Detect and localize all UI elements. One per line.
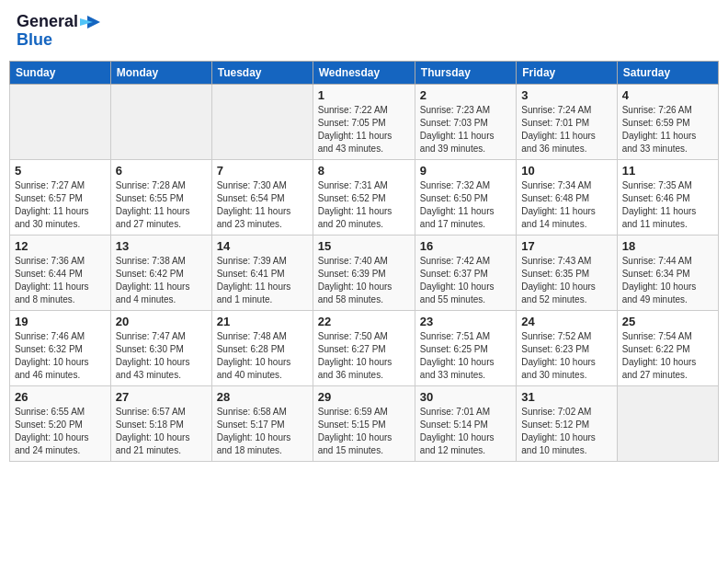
weekday-header-row: SundayMondayTuesdayWednesdayThursdayFrid… xyxy=(10,61,719,84)
day-info: Sunrise: 7:24 AM Sunset: 7:01 PM Dayligh… xyxy=(521,104,611,155)
logo-bird-icon xyxy=(80,14,100,30)
week-row-4: 26Sunrise: 6:55 AM Sunset: 5:20 PM Dayli… xyxy=(10,385,719,461)
weekday-header-friday: Friday xyxy=(517,61,617,84)
day-info: Sunrise: 7:43 AM Sunset: 6:35 PM Dayligh… xyxy=(521,255,611,306)
logo-container: General Blue xyxy=(17,13,100,50)
day-cell xyxy=(10,84,111,159)
day-info: Sunrise: 7:30 AM Sunset: 6:54 PM Dayligh… xyxy=(217,179,308,231)
day-number: 17 xyxy=(521,239,611,253)
day-cell: 18Sunrise: 7:44 AM Sunset: 6:34 PM Dayli… xyxy=(617,235,718,310)
week-row-3: 19Sunrise: 7:46 AM Sunset: 6:32 PM Dayli… xyxy=(10,310,719,385)
day-number: 8 xyxy=(318,164,410,178)
day-cell: 12Sunrise: 7:36 AM Sunset: 6:44 PM Dayli… xyxy=(10,235,111,310)
day-number: 9 xyxy=(420,164,511,178)
day-cell xyxy=(211,84,313,159)
day-info: Sunrise: 7:34 AM Sunset: 6:48 PM Dayligh… xyxy=(521,179,611,231)
day-number: 26 xyxy=(15,390,106,404)
day-info: Sunrise: 7:28 AM Sunset: 6:55 PM Dayligh… xyxy=(116,179,207,231)
day-info: Sunrise: 6:58 AM Sunset: 5:17 PM Dayligh… xyxy=(217,406,308,457)
weekday-header-thursday: Thursday xyxy=(415,61,516,84)
day-number: 1 xyxy=(318,88,410,102)
day-cell: 22Sunrise: 7:50 AM Sunset: 6:27 PM Dayli… xyxy=(313,310,415,385)
day-number: 27 xyxy=(116,390,207,404)
day-info: Sunrise: 7:26 AM Sunset: 6:59 PM Dayligh… xyxy=(622,104,713,155)
day-number: 3 xyxy=(521,88,611,102)
day-cell: 7Sunrise: 7:30 AM Sunset: 6:54 PM Daylig… xyxy=(211,159,313,235)
day-number: 28 xyxy=(217,390,308,404)
day-info: Sunrise: 7:38 AM Sunset: 6:42 PM Dayligh… xyxy=(116,255,207,306)
day-cell xyxy=(617,385,718,461)
day-number: 2 xyxy=(420,88,511,102)
day-cell: 16Sunrise: 7:42 AM Sunset: 6:37 PM Dayli… xyxy=(415,235,516,310)
day-info: Sunrise: 7:01 AM Sunset: 5:14 PM Dayligh… xyxy=(420,406,511,457)
day-info: Sunrise: 7:50 AM Sunset: 6:27 PM Dayligh… xyxy=(318,330,410,382)
day-number: 11 xyxy=(622,164,713,178)
logo: General Blue xyxy=(17,13,100,50)
day-cell: 5Sunrise: 7:27 AM Sunset: 6:57 PM Daylig… xyxy=(10,159,111,235)
day-info: Sunrise: 6:59 AM Sunset: 5:15 PM Dayligh… xyxy=(318,406,410,457)
day-cell: 29Sunrise: 6:59 AM Sunset: 5:15 PM Dayli… xyxy=(313,385,415,461)
day-number: 6 xyxy=(116,164,207,178)
day-number: 22 xyxy=(318,315,410,328)
day-cell: 24Sunrise: 7:52 AM Sunset: 6:23 PM Dayli… xyxy=(517,310,617,385)
day-number: 14 xyxy=(217,239,308,253)
day-info: Sunrise: 7:22 AM Sunset: 7:05 PM Dayligh… xyxy=(318,104,410,155)
day-number: 25 xyxy=(622,315,713,328)
day-info: Sunrise: 7:42 AM Sunset: 6:37 PM Dayligh… xyxy=(420,255,511,306)
day-number: 24 xyxy=(521,315,611,328)
day-cell: 30Sunrise: 7:01 AM Sunset: 5:14 PM Dayli… xyxy=(415,385,516,461)
week-row-2: 12Sunrise: 7:36 AM Sunset: 6:44 PM Dayli… xyxy=(10,235,719,310)
weekday-header-wednesday: Wednesday xyxy=(313,61,415,84)
calendar-table: SundayMondayTuesdayWednesdayThursdayFrid… xyxy=(9,61,719,462)
day-number: 13 xyxy=(116,239,207,253)
day-info: Sunrise: 7:51 AM Sunset: 6:25 PM Dayligh… xyxy=(420,330,511,382)
day-cell: 9Sunrise: 7:32 AM Sunset: 6:50 PM Daylig… xyxy=(415,159,516,235)
day-cell: 25Sunrise: 7:54 AM Sunset: 6:22 PM Dayli… xyxy=(617,310,718,385)
day-cell: 21Sunrise: 7:48 AM Sunset: 6:28 PM Dayli… xyxy=(211,310,313,385)
day-cell: 19Sunrise: 7:46 AM Sunset: 6:32 PM Dayli… xyxy=(10,310,111,385)
day-number: 31 xyxy=(521,390,611,404)
day-cell: 17Sunrise: 7:43 AM Sunset: 6:35 PM Dayli… xyxy=(517,235,617,310)
weekday-header-monday: Monday xyxy=(110,61,211,84)
day-info: Sunrise: 7:23 AM Sunset: 7:03 PM Dayligh… xyxy=(420,104,511,155)
day-info: Sunrise: 6:55 AM Sunset: 5:20 PM Dayligh… xyxy=(15,406,106,457)
day-cell xyxy=(110,84,211,159)
day-info: Sunrise: 7:36 AM Sunset: 6:44 PM Dayligh… xyxy=(15,255,106,306)
week-row-0: 1Sunrise: 7:22 AM Sunset: 7:05 PM Daylig… xyxy=(10,84,719,159)
day-number: 7 xyxy=(217,164,308,178)
day-number: 5 xyxy=(15,164,106,178)
day-cell: 31Sunrise: 7:02 AM Sunset: 5:12 PM Dayli… xyxy=(517,385,617,461)
day-info: Sunrise: 7:02 AM Sunset: 5:12 PM Dayligh… xyxy=(521,406,611,457)
day-cell: 6Sunrise: 7:28 AM Sunset: 6:55 PM Daylig… xyxy=(110,159,211,235)
day-cell: 26Sunrise: 6:55 AM Sunset: 5:20 PM Dayli… xyxy=(10,385,111,461)
day-info: Sunrise: 7:27 AM Sunset: 6:57 PM Dayligh… xyxy=(15,179,106,231)
day-number: 10 xyxy=(521,164,611,178)
day-cell: 2Sunrise: 7:23 AM Sunset: 7:03 PM Daylig… xyxy=(415,84,516,159)
week-row-1: 5Sunrise: 7:27 AM Sunset: 6:57 PM Daylig… xyxy=(10,159,719,235)
day-cell: 27Sunrise: 6:57 AM Sunset: 5:18 PM Dayli… xyxy=(110,385,211,461)
day-info: Sunrise: 7:48 AM Sunset: 6:28 PM Dayligh… xyxy=(217,330,308,382)
day-cell: 20Sunrise: 7:47 AM Sunset: 6:30 PM Dayli… xyxy=(110,310,211,385)
day-number: 4 xyxy=(622,88,713,102)
day-info: Sunrise: 7:32 AM Sunset: 6:50 PM Dayligh… xyxy=(420,179,511,231)
day-cell: 4Sunrise: 7:26 AM Sunset: 6:59 PM Daylig… xyxy=(617,84,718,159)
day-info: Sunrise: 7:35 AM Sunset: 6:46 PM Dayligh… xyxy=(622,179,713,231)
weekday-header-tuesday: Tuesday xyxy=(211,61,313,84)
day-number: 15 xyxy=(318,239,410,253)
day-info: Sunrise: 7:44 AM Sunset: 6:34 PM Dayligh… xyxy=(622,255,713,306)
day-info: Sunrise: 7:40 AM Sunset: 6:39 PM Dayligh… xyxy=(318,255,410,306)
day-cell: 15Sunrise: 7:40 AM Sunset: 6:39 PM Dayli… xyxy=(313,235,415,310)
day-cell: 8Sunrise: 7:31 AM Sunset: 6:52 PM Daylig… xyxy=(313,159,415,235)
day-cell: 10Sunrise: 7:34 AM Sunset: 6:48 PM Dayli… xyxy=(517,159,617,235)
weekday-header-sunday: Sunday xyxy=(10,61,111,84)
day-info: Sunrise: 6:57 AM Sunset: 5:18 PM Dayligh… xyxy=(116,406,207,457)
day-number: 16 xyxy=(420,239,511,253)
day-number: 23 xyxy=(420,315,511,328)
logo-blue: Blue xyxy=(17,31,52,50)
day-cell: 3Sunrise: 7:24 AM Sunset: 7:01 PM Daylig… xyxy=(517,84,617,159)
day-info: Sunrise: 7:46 AM Sunset: 6:32 PM Dayligh… xyxy=(15,330,106,382)
day-info: Sunrise: 7:31 AM Sunset: 6:52 PM Dayligh… xyxy=(318,179,410,231)
day-cell: 11Sunrise: 7:35 AM Sunset: 6:46 PM Dayli… xyxy=(617,159,718,235)
day-cell: 28Sunrise: 6:58 AM Sunset: 5:17 PM Dayli… xyxy=(211,385,313,461)
day-cell: 23Sunrise: 7:51 AM Sunset: 6:25 PM Dayli… xyxy=(415,310,516,385)
